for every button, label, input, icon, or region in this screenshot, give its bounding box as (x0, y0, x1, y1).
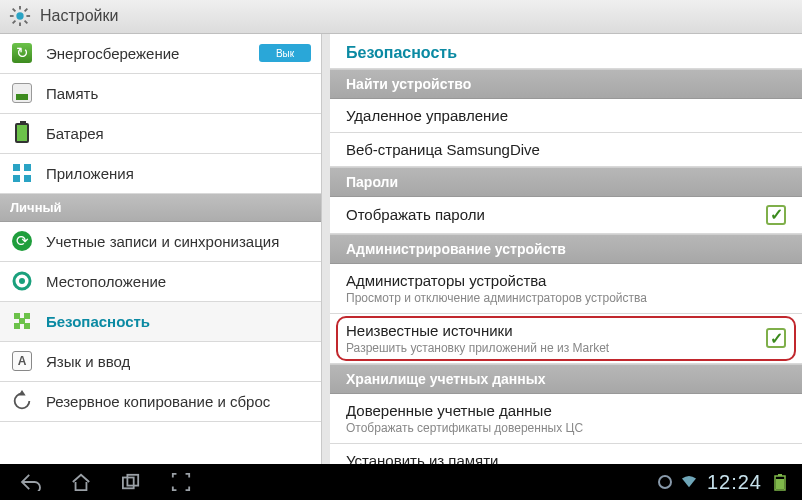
section-find-device: Найти устройство (330, 69, 802, 99)
wifi-icon (680, 473, 698, 491)
sidebar-item-label: Учетные записи и синхронизация (46, 233, 279, 250)
sidebar-item-location[interactable]: Местоположение (0, 262, 321, 302)
item-title: Установить из памяти (346, 452, 550, 465)
sidebar-item-label: Батарея (46, 125, 104, 142)
item-trusted-credentials[interactable]: Доверенные учетные данные Отображать сер… (330, 394, 802, 444)
sidebar-item-label: Резервное копирование и сброс (46, 393, 270, 410)
svg-rect-11 (13, 175, 20, 182)
item-install-from-storage[interactable]: Установить из памяти Установить сертифик… (330, 444, 802, 465)
item-show-passwords[interactable]: Отображать пароли ✓ (330, 197, 802, 234)
location-icon (10, 269, 34, 293)
sidebar-item-backup-reset[interactable]: Резервное копирование и сброс (0, 382, 321, 422)
svg-point-0 (16, 13, 23, 20)
sidebar-item-language[interactable]: A Язык и ввод (0, 342, 321, 382)
sidebar-item-label: Память (46, 85, 98, 102)
power-saving-toggle[interactable]: Вык (259, 44, 311, 62)
sidebar-item-apps[interactable]: Приложения (0, 154, 321, 194)
svg-marker-20 (18, 390, 25, 396)
item-title: Отображать пароли (346, 206, 485, 223)
item-remote-control[interactable]: Удаленное управление (330, 99, 802, 133)
sidebar-item-label: Приложения (46, 165, 134, 182)
svg-line-6 (25, 21, 28, 24)
sidebar-item-battery[interactable]: Батарея (0, 114, 321, 154)
svg-rect-19 (19, 318, 25, 324)
settings-gear-icon (8, 4, 32, 28)
item-title: Администраторы устройства (346, 272, 647, 289)
system-navbar: 12:24 (0, 464, 802, 500)
item-device-admins[interactable]: Администраторы устройства Просмотр и отк… (330, 264, 802, 314)
nav-back-button[interactable] (10, 468, 52, 496)
svg-point-14 (19, 278, 25, 284)
memory-icon (10, 81, 34, 105)
apps-icon (10, 161, 34, 185)
svg-line-5 (13, 9, 16, 12)
svg-rect-9 (13, 164, 20, 171)
item-title: Удаленное управление (346, 107, 508, 124)
svg-line-7 (25, 9, 28, 12)
item-title: Веб-страница SamsungDive (346, 141, 540, 158)
detail-title: Безопасность (330, 34, 802, 69)
notification-icon[interactable] (656, 473, 674, 491)
main-area: ↻ Энергосбережение Вык Память Батарея Пр… (0, 34, 802, 465)
section-passwords: Пароли (330, 167, 802, 197)
sidebar-item-label: Язык и ввод (46, 353, 130, 370)
detail-body[interactable]: Найти устройство Удаленное управление Ве… (330, 69, 802, 465)
checkbox-checked-icon[interactable]: ✓ (766, 328, 786, 348)
sidebar-item-security[interactable]: Безопасность (0, 302, 321, 342)
language-icon: A (10, 349, 34, 373)
nav-screenshot-button[interactable] (160, 468, 202, 496)
svg-rect-10 (24, 164, 31, 171)
battery-status-icon (771, 473, 789, 491)
item-subtitle: Разрешить установку приложений не из Mar… (346, 341, 609, 355)
svg-rect-21 (123, 478, 134, 489)
security-icon (10, 309, 34, 333)
status-clock: 12:24 (707, 471, 762, 494)
section-device-admin: Администрирование устройств (330, 234, 802, 264)
svg-line-8 (13, 21, 16, 24)
sync-icon: ⟳ (10, 229, 34, 253)
settings-detail-pane: Безопасность Найти устройство Удаленное … (322, 34, 802, 465)
sidebar-item-memory[interactable]: Память (0, 74, 321, 114)
sidebar-item-power-saving[interactable]: ↻ Энергосбережение Вык (0, 34, 321, 74)
nav-recent-button[interactable] (110, 468, 152, 496)
section-credentials: Хранилище учетных данных (330, 364, 802, 394)
svg-rect-25 (776, 479, 784, 489)
sidebar-item-label: Безопасность (46, 313, 150, 330)
sidebar-item-label: Энергосбережение (46, 45, 179, 62)
titlebar: Настройки (0, 0, 802, 34)
page-title: Настройки (40, 7, 118, 25)
item-unknown-sources[interactable]: Неизвестные источники Разрешить установк… (330, 314, 802, 364)
svg-rect-26 (778, 474, 782, 476)
settings-categories-pane: ↻ Энергосбережение Вык Память Батарея Пр… (0, 34, 322, 465)
sidebar-item-accounts-sync[interactable]: ⟳ Учетные записи и синхронизация (0, 222, 321, 262)
sidebar-section-personal: Личный (0, 194, 321, 222)
battery-icon (10, 121, 34, 145)
svg-rect-12 (24, 175, 31, 182)
checkbox-checked-icon[interactable]: ✓ (766, 205, 786, 225)
item-subtitle: Отображать сертификаты доверенных ЦС (346, 421, 583, 435)
item-title: Неизвестные источники (346, 322, 609, 339)
item-samsungdive[interactable]: Веб-страница SamsungDive (330, 133, 802, 167)
nav-home-button[interactable] (60, 468, 102, 496)
item-title: Доверенные учетные данные (346, 402, 583, 419)
sidebar-item-label: Местоположение (46, 273, 166, 290)
item-subtitle: Просмотр и отключение администраторов ус… (346, 291, 647, 305)
power-saving-icon: ↻ (10, 41, 34, 65)
svg-point-23 (659, 476, 671, 488)
backup-icon (10, 389, 34, 413)
